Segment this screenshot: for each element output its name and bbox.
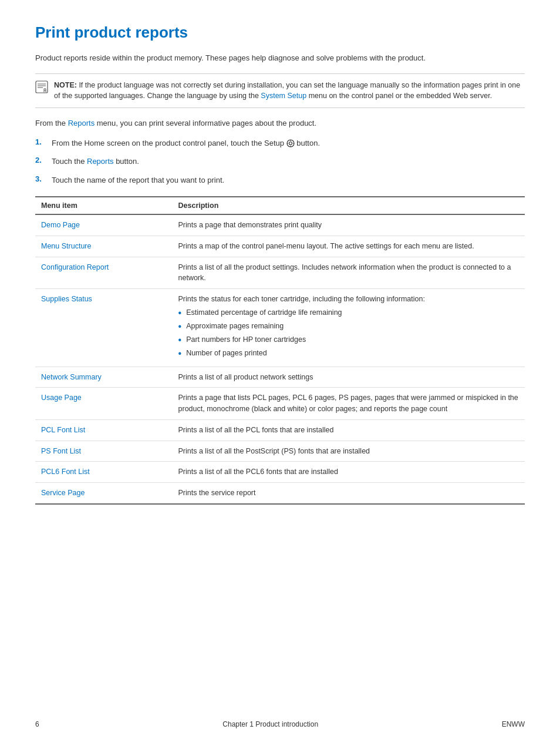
- col-header-desc: Description: [173, 197, 525, 214]
- reports-link-intro[interactable]: Reports: [68, 119, 95, 127]
- menu-item-link[interactable]: PCL Font List: [41, 426, 85, 434]
- step-1-num: 1.: [35, 137, 47, 146]
- menu-item-link[interactable]: Usage Page: [41, 394, 82, 402]
- menu-item-link[interactable]: PS Font List: [41, 447, 81, 455]
- note-label: NOTE:: [54, 81, 77, 89]
- table-row: Usage PagePrints a page that lists PCL p…: [35, 388, 525, 420]
- desc-cell: Prints a list of all the PCL fonts that …: [173, 419, 525, 441]
- step-3-num: 3.: [35, 174, 47, 183]
- bullet-text: Estimated percentage of cartridge life r…: [186, 307, 342, 318]
- desc-cell: Prints a page that demonstrates print qu…: [173, 214, 525, 236]
- menu-item-cell: PCL Font List: [35, 419, 173, 441]
- page-title: Print product reports: [35, 23, 525, 42]
- table-row: Network SummaryPrints a list of all prod…: [35, 367, 525, 388]
- table-row: PCL Font ListPrints a list of all the PC…: [35, 419, 525, 441]
- note-content: NOTE: If the product language was not co…: [54, 80, 525, 102]
- menu-item-cell: Service Page: [35, 483, 173, 504]
- bullet-text: Number of pages printed: [186, 348, 267, 359]
- bullet-text: Part numbers for HP toner cartridges: [186, 334, 306, 345]
- menu-item-link[interactable]: Supplies Status: [41, 295, 92, 303]
- footer-enww: ENWW: [502, 720, 525, 728]
- footer-chapter: Chapter 1 Product introduction: [222, 720, 318, 728]
- menu-item-link[interactable]: Menu Structure: [41, 242, 91, 250]
- list-item: •Part numbers for HP toner cartridges: [178, 334, 519, 345]
- step-3: 3. Touch the name of the report that you…: [35, 174, 525, 186]
- list-item: •Approximate pages remaining: [178, 321, 519, 332]
- menu-item-cell: Configuration Report: [35, 257, 173, 289]
- from-reports-post: menu, you can print several informative …: [95, 119, 316, 127]
- table-row: Configuration ReportPrints a list of all…: [35, 257, 525, 289]
- reports-table: Menu item Description Demo PagePrints a …: [35, 196, 525, 505]
- setup-icon: [286, 139, 295, 147]
- table-row: Supplies StatusPrints the status for eac…: [35, 289, 525, 367]
- steps-list: 1. From the Home screen on the product c…: [35, 137, 525, 186]
- note-icon: [35, 80, 48, 93]
- list-item: •Estimated percentage of cartridge life …: [178, 307, 519, 318]
- table-row: Service PagePrints the service report: [35, 483, 525, 504]
- reports-link-step2[interactable]: Reports: [87, 157, 114, 166]
- step-2: 2. Touch the Reports button.: [35, 156, 525, 167]
- desc-cell: Prints a map of the control panel-menu l…: [173, 236, 525, 257]
- bullet-icon: •: [178, 321, 182, 332]
- bullet-icon: •: [178, 307, 182, 318]
- menu-item-cell: Usage Page: [35, 388, 173, 420]
- menu-item-link[interactable]: Configuration Report: [41, 263, 109, 271]
- step-3-text: Touch the name of the report that you wa…: [52, 174, 224, 186]
- desc-cell: Prints the status for each toner cartrid…: [173, 289, 525, 367]
- footer: 6 Chapter 1 Product introduction ENWW: [35, 720, 525, 728]
- menu-item-cell: Demo Page: [35, 214, 173, 236]
- step-1-text: From the Home screen on the product cont…: [52, 137, 320, 149]
- step-2-num: 2.: [35, 156, 47, 164]
- step-2-text: Touch the Reports button.: [52, 156, 139, 167]
- step-1: 1. From the Home screen on the product c…: [35, 137, 525, 149]
- table-row: PS Font ListPrints a list of all the Pos…: [35, 441, 525, 462]
- menu-item-link[interactable]: Service Page: [41, 489, 85, 497]
- bullet-icon: •: [178, 334, 182, 345]
- from-reports-pre: From the: [35, 119, 68, 127]
- svg-point-9: [289, 142, 292, 145]
- menu-item-cell: PS Font List: [35, 441, 173, 462]
- table-row: Demo PagePrints a page that demonstrates…: [35, 214, 525, 236]
- table-row: PCL6 Font ListPrints a list of all the P…: [35, 462, 525, 483]
- menu-item-cell: PCL6 Font List: [35, 462, 173, 483]
- menu-item-link[interactable]: Demo Page: [41, 221, 80, 229]
- bullet-icon: •: [178, 348, 182, 359]
- menu-item-cell: Menu Structure: [35, 236, 173, 257]
- desc-cell: Prints a list of all the PostScript (PS)…: [173, 441, 525, 462]
- menu-item-cell: Supplies Status: [35, 289, 173, 367]
- desc-cell: Prints a list of all the PCL6 fonts that…: [173, 462, 525, 483]
- note-box: NOTE: If the product language was not co…: [35, 73, 525, 109]
- note-text-post: menu on the control panel or the embedde…: [306, 92, 492, 100]
- menu-item-cell: Network Summary: [35, 367, 173, 388]
- table-row: Menu StructurePrints a map of the contro…: [35, 236, 525, 257]
- system-setup-link[interactable]: System Setup: [261, 92, 306, 100]
- list-item: •Number of pages printed: [178, 348, 519, 359]
- table-header-row: Menu item Description: [35, 197, 525, 214]
- bullet-text: Approximate pages remaining: [186, 321, 284, 332]
- desc-cell: Prints a list of all product network set…: [173, 367, 525, 388]
- col-header-menu: Menu item: [35, 197, 173, 214]
- desc-cell: Prints a list of all the product setting…: [173, 257, 525, 289]
- intro-paragraph: Product reports reside within the produc…: [35, 52, 525, 64]
- bullet-list: •Estimated percentage of cartridge life …: [178, 307, 519, 359]
- desc-cell: Prints the service report: [173, 483, 525, 504]
- footer-page-num: 6: [35, 720, 39, 728]
- desc-cell: Prints a page that lists PCL pages, PCL …: [173, 388, 525, 420]
- menu-item-link[interactable]: PCL6 Font List: [41, 468, 90, 476]
- menu-item-link[interactable]: Network Summary: [41, 373, 102, 381]
- from-reports-paragraph: From the Reports menu, you can print sev…: [35, 117, 525, 129]
